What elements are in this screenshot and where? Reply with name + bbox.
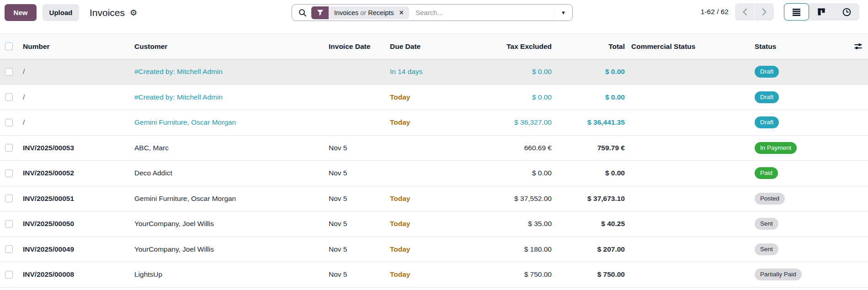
total-cell: $ 37,673.10	[552, 186, 625, 211]
total-cell: $ 750.00	[552, 262, 625, 287]
due-date-cell: Today	[386, 110, 457, 135]
kanban-view-button[interactable]	[809, 3, 834, 21]
invoice-number-cell: /	[18, 85, 133, 110]
column-header-tax-excluded[interactable]: Tax Excluded	[457, 34, 552, 59]
row-checkbox[interactable]	[5, 271, 13, 279]
optional-columns-button[interactable]	[848, 34, 868, 59]
list-view-button[interactable]	[784, 3, 809, 21]
total-cell: $ 0.00	[552, 85, 625, 110]
chevron-right-icon	[761, 8, 767, 16]
status-badge: Paid	[755, 167, 778, 179]
table-row[interactable]: INV/2025/00050 YourCompany, Joel Willis …	[0, 211, 868, 237]
tax-excluded-cell: $ 37,552.00	[457, 186, 552, 211]
column-header-commercial-status[interactable]: Commercial Status	[625, 34, 750, 59]
table-row[interactable]: INV/2025/00051 Gemini Furniture, Oscar M…	[0, 186, 868, 212]
row-checkbox[interactable]	[5, 68, 13, 76]
row-checkbox[interactable]	[5, 195, 13, 202]
invoice-number-cell: INV/2025/00052	[18, 161, 133, 186]
invoice-number-cell: INV/2025/00051	[18, 186, 133, 211]
table-row[interactable]: INV/2025/00008 LightsUp Nov 5 Today $ 75…	[0, 262, 868, 288]
tax-excluded-cell: $ 180.00	[457, 237, 552, 262]
commercial-status-cell	[625, 85, 750, 110]
customer-cell: #Created by: Mitchell Admin	[133, 59, 325, 84]
due-date-cell: Today	[386, 85, 457, 110]
status-badge: Sent	[755, 243, 778, 255]
row-checkbox[interactable]	[5, 169, 13, 177]
invoice-date-cell: Nov 5	[325, 211, 386, 237]
column-header-customer[interactable]: Customer	[133, 34, 325, 59]
commercial-status-cell	[625, 110, 750, 135]
due-date-cell: In 14 days	[386, 59, 457, 84]
invoice-number-cell: INV/2025/00050	[18, 211, 133, 237]
gear-icon[interactable]: ⚙	[130, 9, 137, 17]
due-date-cell: Today	[386, 186, 457, 211]
search-input[interactable]	[409, 9, 554, 16]
tax-excluded-cell: $ 0.00	[457, 161, 552, 186]
page-title: Invoices	[90, 7, 125, 18]
status-badge: Draft	[755, 91, 779, 103]
table-header: Number Customer Invoice Date Due Date Ta…	[0, 33, 868, 59]
row-checkbox[interactable]	[5, 93, 13, 101]
search-dropdown-toggle[interactable]: ▾	[554, 5, 572, 21]
upload-button[interactable]: Upload	[43, 4, 79, 21]
pager-previous-button[interactable]	[735, 3, 754, 21]
row-checkbox[interactable]	[5, 220, 13, 228]
select-all-checkbox[interactable]	[5, 42, 13, 50]
invoice-number-cell: INV/2025/00053	[18, 136, 133, 161]
clock-icon	[842, 8, 851, 16]
chevron-left-icon	[742, 8, 748, 16]
invoice-number-cell: /	[18, 110, 133, 135]
column-header-invoice-date[interactable]: Invoice Date	[325, 34, 386, 59]
commercial-status-cell	[625, 161, 750, 186]
table-row[interactable]: / #Created by: Mitchell Admin In 14 days…	[0, 59, 868, 85]
list-icon	[792, 8, 801, 16]
new-button[interactable]: New	[5, 4, 37, 21]
table-row[interactable]: INV/2025/00052 Deco Addict Nov 5 $ 0.00 …	[0, 161, 868, 186]
due-date-cell	[386, 161, 457, 186]
tax-excluded-cell: $ 750.00	[457, 262, 552, 287]
customer-cell: Gemini Furniture, Oscar Morgan	[133, 186, 325, 211]
column-header-due-date[interactable]: Due Date	[386, 34, 457, 59]
row-checkbox[interactable]	[5, 119, 13, 127]
status-badge: In Payment	[755, 142, 797, 154]
control-panel: New Upload Invoices ⚙ Invoices or Receip…	[0, 0, 868, 33]
customer-cell: Gemini Furniture, Oscar Morgan	[133, 110, 325, 135]
search-icon	[298, 9, 307, 17]
table-row[interactable]: INV/2025/00053 ABC, Marc Nov 5 660.69 € …	[0, 136, 868, 161]
column-header-total[interactable]: Total	[552, 34, 625, 59]
remove-facet-icon[interactable]: ×	[396, 9, 409, 17]
tax-excluded-cell: $ 36,327.00	[457, 110, 552, 135]
customer-cell: YourCompany, Joel Willis	[133, 237, 325, 262]
commercial-status-cell	[625, 211, 750, 237]
row-checkbox[interactable]	[5, 144, 13, 152]
column-header-number[interactable]: Number	[18, 34, 133, 59]
invoices-table: Number Customer Invoice Date Due Date Ta…	[0, 33, 868, 288]
customer-cell: ABC, Marc	[133, 136, 325, 161]
invoice-date-cell: Nov 5	[325, 136, 386, 161]
pager-next-button[interactable]	[755, 3, 774, 21]
column-header-status[interactable]: Status	[750, 34, 848, 59]
tax-excluded-cell: $ 35.00	[457, 211, 552, 237]
status-badge: Sent	[755, 218, 778, 230]
activity-view-button[interactable]	[834, 3, 859, 21]
table-row[interactable]: / Gemini Furniture, Oscar Morgan Today $…	[0, 110, 868, 136]
total-cell: $ 0.00	[552, 59, 625, 84]
customer-cell: LightsUp	[133, 262, 325, 287]
total-cell: $ 36,441.35	[552, 110, 625, 135]
status-badge: Partially Paid	[755, 269, 802, 280]
invoice-date-cell: Nov 5	[325, 262, 386, 287]
row-checkbox[interactable]	[5, 245, 13, 253]
table-row[interactable]: INV/2025/00049 YourCompany, Joel Willis …	[0, 237, 868, 263]
customer-cell: Deco Addict	[133, 161, 325, 186]
control-panel-right: 1-62 / 62	[701, 3, 859, 21]
table-body: / #Created by: Mitchell Admin In 14 days…	[0, 59, 868, 288]
invoice-date-cell	[325, 59, 386, 84]
total-cell: $ 40.25	[552, 211, 625, 237]
table-row[interactable]: / #Created by: Mitchell Admin Today $ 0.…	[0, 85, 868, 111]
invoice-date-cell: Nov 5	[325, 237, 386, 262]
customer-cell: YourCompany, Joel Willis	[133, 211, 325, 237]
commercial-status-cell	[625, 136, 750, 161]
invoice-number-cell: /	[18, 59, 133, 84]
facet-label: Invoices or Receipts	[329, 9, 396, 16]
due-date-cell: Today	[386, 262, 457, 287]
